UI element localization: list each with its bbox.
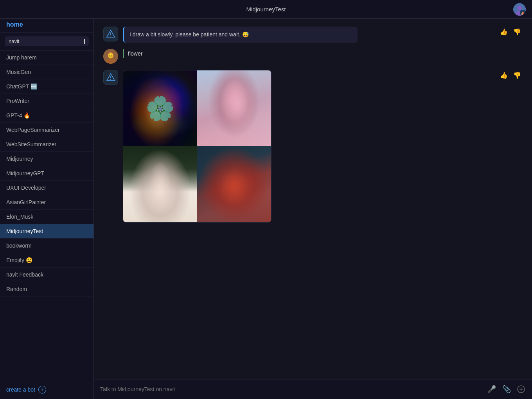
chat-area: I draw a bit slowly, please be patient a… <box>94 19 532 399</box>
send-button[interactable] <box>516 385 526 394</box>
sidebar-item-uxui-developer[interactable]: UXUI-Developer <box>0 181 93 195</box>
bot-message-bubble: I draw a bit slowly, please be patient a… <box>123 27 358 43</box>
user-message-content: flower <box>123 49 523 58</box>
sidebar-item-websitesummarizer[interactable]: WebSiteSummarizer <box>0 137 93 152</box>
sidebar-item-asiangirl-painter[interactable]: AsianGirlPainter <box>0 195 93 210</box>
user-avatar[interactable]: ⛵ <box>513 3 526 16</box>
create-bot-footer[interactable]: create a bot + <box>0 380 93 399</box>
flower-image-1[interactable] <box>123 70 197 146</box>
home-tab-label: home <box>6 21 23 28</box>
flower-image-4[interactable] <box>197 146 271 222</box>
bot-message-text: I draw a bit slowly, please be patient a… <box>129 31 249 38</box>
image-thumbs-down-button[interactable]: 👎 <box>512 70 523 81</box>
sidebar-item-chatgpt[interactable]: ChatGPT 🆓 <box>0 79 93 94</box>
sidebar-item-random[interactable]: Random <box>0 282 93 297</box>
svg-text:⛵: ⛵ <box>521 11 525 16</box>
sidebar-item-navit-feedback[interactable]: navit Feedback <box>0 268 93 282</box>
attachment-button[interactable]: 📎 <box>501 384 512 394</box>
sidebar-list: Jump haremMusicGenChatGPT 🆓ProWriterGPT-… <box>0 50 93 380</box>
sidebar-item-gpt4[interactable]: GPT-4 🔥 <box>0 108 93 123</box>
cursor <box>84 39 85 44</box>
message-actions: 👍 👎 <box>498 27 523 37</box>
chat-input[interactable] <box>100 385 482 394</box>
svg-point-14 <box>110 79 111 80</box>
search-input[interactable] <box>9 38 81 44</box>
thumbs-up-button[interactable]: 👍 <box>498 27 509 37</box>
input-icons: 🎤 📎 <box>487 384 526 394</box>
sidebar-search[interactable] <box>0 32 93 50</box>
bot-image-avatar <box>103 70 118 85</box>
bot-message-area: I draw a bit slowly, please be patient a… <box>123 27 494 43</box>
sidebar-item-musicgen[interactable]: MusicGen <box>0 65 93 79</box>
sidebar: home Jump haremMusicGenChatGPT 🆓ProWrite… <box>0 19 94 399</box>
chat-input-area: 🎤 📎 <box>94 379 532 399</box>
sidebar-item-jump-harem[interactable]: Jump harem <box>0 50 93 65</box>
messages-container: I draw a bit slowly, please be patient a… <box>94 19 532 379</box>
mic-button[interactable]: 🎤 <box>487 384 497 394</box>
sidebar-item-midjourney[interactable]: Midjourney <box>0 152 93 166</box>
sidebar-item-emojify[interactable]: Emojify 😄 <box>0 253 93 268</box>
sidebar-item-elon-musk[interactable]: Elon_Musk <box>0 210 93 224</box>
thumbs-down-button[interactable]: 👎 <box>512 27 523 37</box>
home-tab[interactable]: home <box>0 19 93 32</box>
user-bubble: flower <box>123 49 523 58</box>
svg-text:😊: 😊 <box>108 52 114 59</box>
svg-point-7 <box>110 36 111 36</box>
add-bot-icon[interactable]: + <box>38 386 46 394</box>
image-thumbs-up-button[interactable]: 👍 <box>498 70 509 81</box>
image-grid <box>123 70 271 223</box>
image-message-actions: 👍 👎 <box>498 70 523 81</box>
message-row: I draw a bit slowly, please be patient a… <box>103 27 523 43</box>
header-title: MidjourneyTest <box>246 6 286 13</box>
user-message-text: flower <box>128 50 142 57</box>
app-header: MidjourneyTest ⛵ <box>0 0 532 19</box>
sidebar-item-midjourneygpt[interactable]: MidjourneyGPT <box>0 166 93 181</box>
sidebar-item-webpagesummarizer[interactable]: WebPageSummarizer <box>0 123 93 137</box>
bot-image-message-row: 👍 👎 <box>103 70 523 223</box>
create-bot-label: create a bot <box>6 386 35 393</box>
svg-point-1 <box>517 5 522 10</box>
flower-image-2[interactable] <box>197 70 271 146</box>
sidebar-item-bookworm[interactable]: bookworm <box>0 239 93 253</box>
user-message-row: 😊 flower <box>103 49 523 64</box>
bot-avatar <box>103 27 118 41</box>
bot-image-area <box>123 70 494 223</box>
sidebar-item-prowriter[interactable]: ProWriter <box>0 94 93 108</box>
user-message-avatar: 😊 <box>103 49 118 64</box>
sidebar-item-midjourneytest[interactable]: MidjourneyTest <box>0 224 93 239</box>
flower-image-3[interactable] <box>123 146 197 222</box>
